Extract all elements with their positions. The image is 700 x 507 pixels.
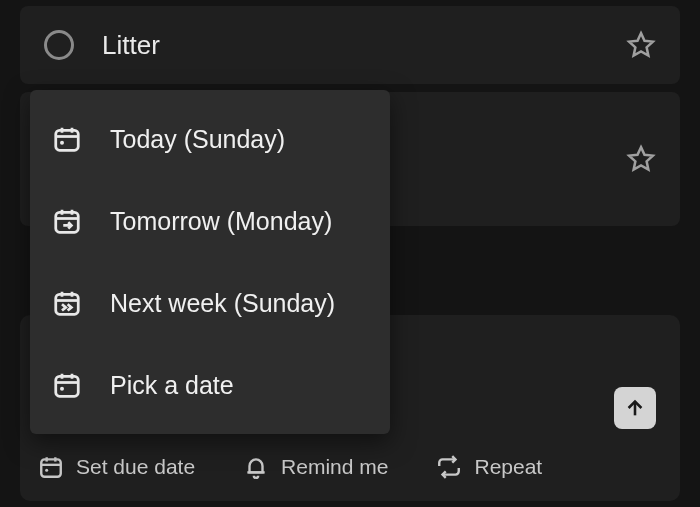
calendar-next-week-icon (52, 288, 82, 318)
svg-rect-20 (56, 376, 79, 396)
repeat-label: Repeat (474, 455, 542, 479)
task-checkbox[interactable] (44, 30, 74, 60)
menu-item-label: Today (Sunday) (110, 125, 285, 154)
due-date-today[interactable]: Today (Sunday) (30, 98, 390, 180)
repeat-button[interactable]: Repeat (436, 454, 542, 480)
arrow-up-icon (624, 397, 646, 419)
calendar-today-icon (52, 124, 82, 154)
svg-point-6 (45, 469, 48, 472)
menu-item-label: Tomorrow (Monday) (110, 207, 332, 236)
set-due-date-button[interactable]: Set due date (38, 454, 195, 480)
due-date-tomorrow[interactable]: Tomorrow (Monday) (30, 180, 390, 262)
menu-item-label: Pick a date (110, 371, 234, 400)
calendar-tomorrow-icon (52, 206, 82, 236)
star-icon[interactable] (626, 144, 656, 174)
svg-rect-2 (41, 459, 61, 476)
svg-rect-12 (56, 212, 79, 232)
svg-marker-1 (629, 147, 653, 170)
svg-rect-16 (56, 294, 79, 314)
svg-point-24 (60, 387, 64, 391)
set-due-date-label: Set due date (76, 455, 195, 479)
task-options-toolbar: Set due date Remind me Repeat (38, 443, 662, 491)
due-date-pick[interactable]: Pick a date (30, 344, 390, 426)
remind-me-button[interactable]: Remind me (243, 454, 388, 480)
calendar-pick-icon (52, 370, 82, 400)
calendar-icon (38, 454, 64, 480)
due-date-next-week[interactable]: Next week (Sunday) (30, 262, 390, 344)
star-icon[interactable] (626, 30, 656, 60)
remind-me-label: Remind me (281, 455, 388, 479)
svg-point-11 (60, 141, 64, 145)
due-date-menu: Today (Sunday) Tomorrow (Monday) Next we… (30, 90, 390, 434)
menu-item-label: Next week (Sunday) (110, 289, 335, 318)
svg-rect-7 (56, 130, 79, 150)
svg-marker-0 (629, 33, 653, 56)
bell-icon (243, 454, 269, 480)
task-row[interactable]: Litter (20, 6, 680, 84)
submit-button[interactable] (614, 387, 656, 429)
task-title: Litter (102, 30, 160, 61)
repeat-icon (436, 454, 462, 480)
